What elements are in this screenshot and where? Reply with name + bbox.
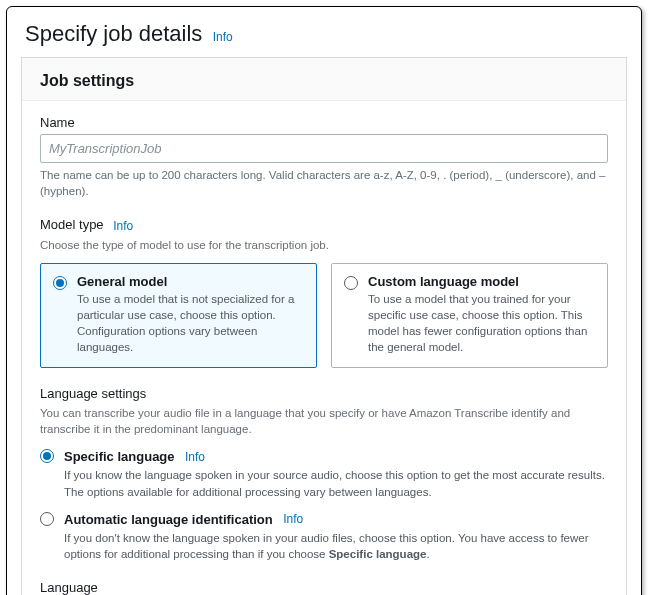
radio-icon <box>53 276 67 290</box>
auto-lang-info-link[interactable]: Info <box>283 512 303 526</box>
name-label: Name <box>40 115 75 130</box>
tile-desc: To use a model that is not specialized f… <box>77 291 304 355</box>
language-label: Language <box>40 580 98 595</box>
lang-settings-label: Language settings <box>40 386 146 401</box>
panel-title: Job settings <box>40 72 608 90</box>
tile-title: Custom language model <box>368 274 595 289</box>
model-type-info-link[interactable]: Info <box>113 219 133 233</box>
radio-desc: If you don't know the language spoken in… <box>64 530 608 562</box>
page-title: Specify job details <box>25 21 202 46</box>
model-type-custom[interactable]: Custom language model To use a model tha… <box>331 263 608 368</box>
model-type-general[interactable]: General model To use a model that is not… <box>40 263 317 368</box>
tile-desc: To use a model that you trained for your… <box>368 291 595 355</box>
radio-title: Specific language <box>64 449 175 464</box>
model-type-label: Model type <box>40 217 104 232</box>
radio-title: Automatic language identification <box>64 512 273 527</box>
specific-lang-info-link[interactable]: Info <box>185 450 205 464</box>
page-info-link[interactable]: Info <box>213 30 233 44</box>
model-type-hint: Choose the type of model to use for the … <box>40 237 608 253</box>
name-hint: The name can be up to 200 characters lon… <box>40 167 608 199</box>
radio-icon <box>344 276 358 290</box>
radio-desc: If you know the language spoken in your … <box>64 467 608 499</box>
radio-icon <box>40 512 54 526</box>
lang-option-auto[interactable]: Automatic language identification Info I… <box>40 510 608 562</box>
name-input[interactable] <box>40 134 608 163</box>
lang-settings-hint: You can transcribe your audio file in a … <box>40 405 608 437</box>
job-settings-panel: Job settings Name The name can be up to … <box>21 57 627 595</box>
lang-option-specific[interactable]: Specific language Info If you know the l… <box>40 447 608 499</box>
tile-title: General model <box>77 274 304 289</box>
radio-icon <box>40 449 54 463</box>
